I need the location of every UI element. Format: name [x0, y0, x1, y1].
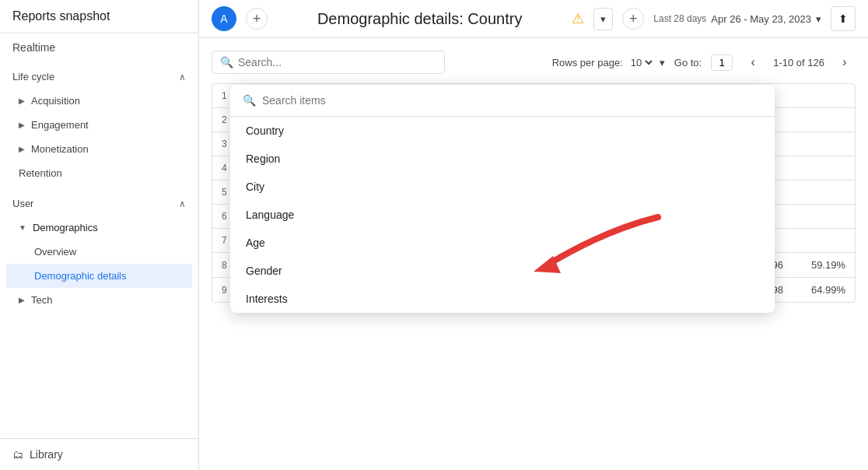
sidebar-item-demographic-details[interactable]: Demographic details [6, 264, 192, 288]
row-value: 59.19% [783, 259, 845, 271]
sidebar-item-realtime[interactable]: Realtime [0, 33, 198, 61]
export-button[interactable]: ⬆ [831, 6, 856, 31]
rows-per-page-select[interactable]: 10 25 50 [628, 56, 655, 69]
add-comparison-button[interactable]: + [622, 8, 644, 30]
export-icon: ⬆ [838, 12, 848, 25]
expand-icon: ▶ [19, 96, 25, 105]
sidebar-item-acquisition[interactable]: ▶ Acquisition [0, 89, 198, 113]
tech-label: Tech [31, 294, 52, 306]
add-property-button[interactable]: + [246, 8, 268, 30]
sidebar: Reports snapshot Realtime Life cycle ∧ ▶… [0, 0, 199, 470]
monetization-label: Monetization [31, 143, 89, 155]
search-wrapper: 🔍 [212, 51, 445, 74]
dimension-dropdown: 🔍 Country Region City Language Age Gende… [230, 85, 775, 313]
prev-page-button[interactable]: ‹ [742, 51, 764, 73]
main-content: A + Demographic details: Country ⚠ ▾ + L… [199, 0, 868, 470]
demographic-details-label: Demographic details [34, 270, 127, 282]
table-controls: 🔍 Rows per page: 10 25 50 ▾ Go to: ‹ 1-1… [212, 51, 856, 74]
lifecycle-chevron: ∧ [179, 72, 186, 82]
table-area: 🔍 Rows per page: 10 25 50 ▾ Go to: ‹ 1-1… [199, 38, 868, 470]
demographics-expand-icon: ▼ [19, 223, 26, 232]
dropdown-search-icon: 🔍 [243, 94, 256, 107]
user-chevron: ∧ [179, 198, 186, 209]
sidebar-item-monetization[interactable]: ▶ Monetization [0, 137, 198, 161]
sidebar-header: Reports snapshot [0, 0, 198, 33]
lifecycle-header[interactable]: Life cycle ∧ [0, 61, 198, 89]
goto-label: Go to: [674, 57, 702, 68]
sidebar-item-engagement[interactable]: ▶ Engagement [0, 113, 198, 137]
date-range-selector[interactable]: Last 28 days Apr 26 - May 23, 2023 ▾ [653, 13, 821, 25]
avatar[interactable]: A [212, 6, 236, 31]
dropdown-item-city[interactable]: City [230, 173, 775, 201]
acquisition-label: Acquisition [31, 95, 80, 107]
search-input[interactable] [238, 56, 436, 68]
chevron-down-icon: ▾ [600, 13, 606, 25]
sidebar-library[interactable]: 🗂 Library [0, 438, 198, 470]
library-label: Library [30, 448, 63, 461]
rows-per-page-label: Rows per page: [552, 57, 623, 68]
topbar: A + Demographic details: Country ⚠ ▾ + L… [199, 0, 868, 38]
page-title: Demographic details: Country [277, 10, 562, 28]
sidebar-item-demographics[interactable]: ▼ Demographics [0, 216, 198, 240]
rows-dropdown-icon: ▾ [660, 57, 665, 68]
user-header[interactable]: User ∧ [0, 188, 198, 216]
date-range-label: Last 28 days [653, 13, 706, 24]
retention-label: Retention [19, 167, 62, 179]
library-icon: 🗂 [12, 448, 23, 461]
row-value: 64.99% [783, 284, 845, 296]
next-page-button[interactable]: › [834, 51, 856, 73]
dropdown-search-bar: 🔍 [230, 85, 775, 117]
add-icon: + [629, 11, 638, 27]
sidebar-item-overview[interactable]: Overview [0, 240, 198, 264]
page-info: 1-10 of 126 [773, 57, 824, 68]
dropdown-item-country[interactable]: Country [230, 117, 775, 145]
engagement-label: Engagement [31, 119, 89, 131]
pagination-controls: Rows per page: 10 25 50 ▾ Go to: ‹ 1-10 … [552, 51, 856, 73]
goto-input[interactable] [711, 54, 733, 71]
dropdown-item-age[interactable]: Age [230, 229, 775, 257]
dropdown-item-gender[interactable]: Gender [230, 257, 775, 285]
search-icon: 🔍 [220, 56, 233, 68]
sidebar-item-tech[interactable]: ▶ Tech [0, 288, 198, 312]
date-dropdown-icon: ▾ [816, 13, 821, 25]
rows-per-page: Rows per page: 10 25 50 ▾ [552, 56, 665, 69]
expand-icon: ▶ [19, 121, 25, 129]
lifecycle-section: Life cycle ∧ ▶ Acquisition ▶ Engagement … [0, 61, 198, 185]
dropdown-item-language[interactable]: Language [230, 201, 775, 229]
sidebar-item-retention[interactable]: Retention [0, 161, 198, 185]
user-label: User [12, 198, 33, 209]
add-icon: + [253, 11, 261, 27]
expand-icon: ▶ [19, 145, 25, 153]
lifecycle-label: Life cycle [12, 71, 54, 82]
warning-icon: ⚠ [572, 10, 584, 27]
dropdown-item-interests[interactable]: Interests [230, 285, 775, 313]
user-section: User ∧ ▼ Demographics Overview Demograph… [0, 188, 198, 312]
tech-expand-icon: ▶ [19, 296, 25, 304]
demographics-label: Demographics [33, 222, 98, 233]
date-range-value: Apr 26 - May 23, 2023 [711, 13, 811, 25]
dropdown-item-region[interactable]: Region [230, 145, 775, 173]
title-dropdown-button[interactable]: ▾ [593, 8, 613, 30]
overview-label: Overview [34, 246, 76, 258]
dropdown-search-input[interactable] [262, 94, 762, 107]
